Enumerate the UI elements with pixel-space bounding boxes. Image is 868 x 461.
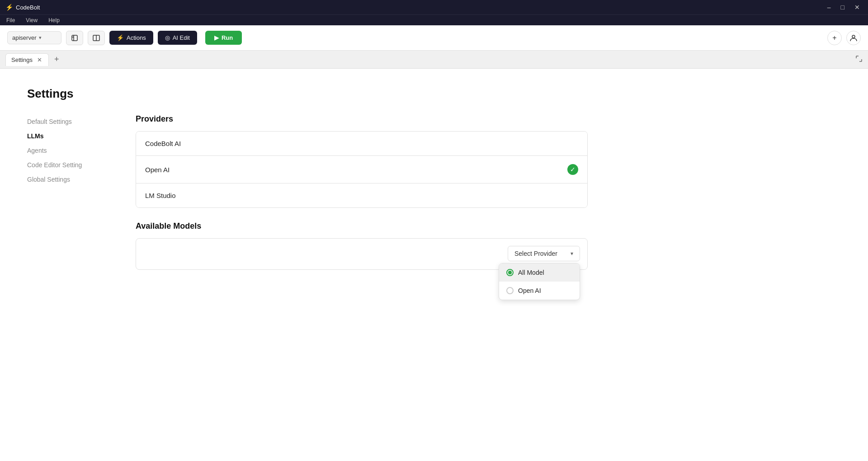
available-models-section: Available Models Select Provider ▾ All M…	[136, 221, 588, 270]
settings-layout: Default Settings LLMs Agents Code Editor…	[27, 114, 841, 270]
menubar: File View Help	[0, 14, 868, 25]
select-provider-label: Select Provider	[514, 250, 557, 257]
app-icon: ⚡	[5, 4, 13, 11]
all-model-label: All Model	[518, 269, 544, 276]
tab-settings-close[interactable]: ✕	[36, 56, 43, 63]
dropdown-option-all-model[interactable]: All Model	[499, 263, 580, 282]
menu-file[interactable]: File	[5, 16, 17, 24]
provider-selected-check: ✓	[567, 164, 578, 175]
page-title: Settings	[27, 87, 841, 101]
provider-item-codebolt[interactable]: CodeBolt AI	[136, 132, 587, 156]
new-window-button[interactable]	[66, 31, 83, 45]
run-icon: ▶	[214, 34, 219, 41]
providers-section: Providers CodeBolt AI Open AI ✓ LM Studi…	[136, 114, 588, 208]
nav-item-agents[interactable]: Agents	[27, 143, 108, 158]
expand-tabbar-button[interactable]	[855, 55, 863, 64]
select-provider-button[interactable]: Select Provider ▾	[508, 246, 580, 261]
openai-radio	[506, 287, 514, 294]
provider-item-lmstudio[interactable]: LM Studio	[136, 183, 587, 207]
nav-item-global-settings[interactable]: Global Settings	[27, 172, 108, 187]
select-provider-chevron-icon: ▾	[571, 250, 573, 257]
nav-item-code-editor[interactable]: Code Editor Setting	[27, 158, 108, 172]
maximize-button[interactable]: □	[838, 3, 847, 12]
split-view-button[interactable]	[88, 31, 105, 45]
svg-rect-0	[72, 35, 77, 41]
available-models-title: Available Models	[136, 221, 588, 231]
app-title: CodeBolt	[16, 4, 825, 11]
run-button[interactable]: ▶ Run	[205, 31, 242, 45]
toolbar: apiserver ▾ ⚡ Actions ◎ AI Edit ▶ Run +	[0, 25, 868, 51]
project-selector[interactable]: apiserver ▾	[7, 31, 61, 44]
menu-help[interactable]: Help	[47, 16, 61, 24]
openai-option-label: Open AI	[518, 287, 541, 294]
minimize-button[interactable]: –	[825, 3, 834, 12]
settings-page: Settings Default Settings LLMs Agents Co…	[0, 69, 868, 461]
nav-item-default-settings[interactable]: Default Settings	[27, 114, 108, 129]
add-workspace-button[interactable]: +	[827, 31, 842, 45]
tabbar: Settings ✕ +	[0, 51, 868, 69]
settings-content: Providers CodeBolt AI Open AI ✓ LM Studi…	[136, 114, 588, 270]
tab-settings[interactable]: Settings ✕	[5, 53, 49, 66]
project-name: apiserver	[12, 34, 36, 41]
provider-item-openai[interactable]: Open AI ✓	[136, 156, 587, 183]
actions-label: Actions	[127, 34, 146, 41]
provider-lmstudio-label: LM Studio	[145, 192, 176, 199]
ai-edit-button[interactable]: ◎ AI Edit	[158, 31, 197, 45]
provider-codebolt-label: CodeBolt AI	[145, 140, 181, 147]
ai-edit-label: AI Edit	[173, 34, 190, 41]
titlebar: ⚡ CodeBolt – □ ✕	[0, 0, 868, 14]
actions-button[interactable]: ⚡ Actions	[109, 31, 153, 45]
provider-dropdown-menu: All Model Open AI	[499, 263, 580, 300]
menu-view[interactable]: View	[24, 16, 39, 24]
provider-list: CodeBolt AI Open AI ✓ LM Studio	[136, 131, 588, 208]
main-content: Settings Default Settings LLMs Agents Co…	[0, 69, 868, 461]
add-tab-button[interactable]: +	[51, 55, 63, 64]
svg-point-2	[852, 35, 855, 38]
project-chevron-icon: ▾	[39, 35, 42, 41]
toolbar-right: +	[827, 31, 861, 45]
actions-icon: ⚡	[117, 34, 124, 41]
tab-settings-label: Settings	[11, 56, 33, 63]
nav-item-llms[interactable]: LLMs	[27, 129, 108, 143]
close-button[interactable]: ✕	[852, 3, 863, 12]
select-provider-dropdown: Select Provider ▾ All Model O	[508, 246, 580, 261]
all-model-radio	[506, 269, 514, 276]
window-controls: – □ ✕	[825, 3, 863, 12]
run-label: Run	[222, 34, 233, 41]
ai-edit-icon: ◎	[165, 34, 170, 41]
providers-title: Providers	[136, 114, 588, 124]
provider-openai-label: Open AI	[145, 166, 170, 174]
settings-nav: Default Settings LLMs Agents Code Editor…	[27, 114, 108, 270]
dropdown-option-openai[interactable]: Open AI	[499, 282, 580, 300]
user-profile-button[interactable]	[846, 31, 861, 45]
models-filter-area: Select Provider ▾ All Model O	[136, 238, 588, 270]
